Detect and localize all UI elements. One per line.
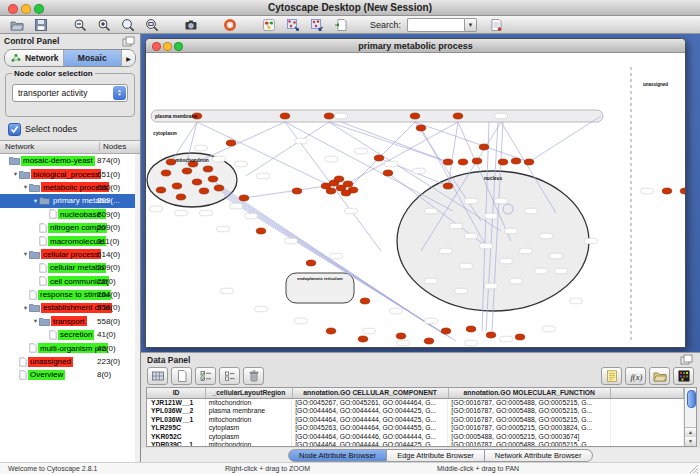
- node-label[interactable]: [285, 238, 298, 244]
- resize-grip-icon[interactable]: [689, 464, 699, 474]
- node-label[interactable]: [495, 198, 508, 204]
- network-node[interactable]: [443, 183, 453, 189]
- tree-row-nitrogen-compo[interactable]: nitrogen compo209(0): [0, 221, 135, 234]
- help-ring-icon[interactable]: [219, 16, 240, 33]
- network-node[interactable]: [396, 333, 406, 339]
- zoom-out-icon[interactable]: [69, 16, 90, 33]
- node-label[interactable]: [535, 268, 548, 274]
- vizmapper-icon[interactable]: [258, 16, 279, 33]
- network-node[interactable]: [203, 166, 213, 172]
- node-label[interactable]: [510, 278, 523, 284]
- node-label[interactable]: [520, 248, 533, 254]
- network-canvas[interactable]: plasma membranecytoplasmmitochondrionnuc…: [146, 53, 685, 347]
- node-label[interactable]: [460, 263, 473, 269]
- node-label[interactable]: [150, 206, 163, 212]
- tree-row-unassigned[interactable]: unassigned223(0): [0, 355, 135, 368]
- new-attribute-icon[interactable]: [171, 367, 192, 385]
- network-node[interactable]: [424, 338, 434, 344]
- tree-expander-icon[interactable]: ▼: [32, 318, 39, 324]
- node-label[interactable]: [257, 173, 270, 179]
- network-node[interactable]: [280, 113, 290, 119]
- node-label[interactable]: [245, 213, 258, 219]
- network-node[interactable]: [341, 190, 351, 196]
- network-node[interactable]: [156, 187, 166, 193]
- column-header-empty[interactable]: [611, 388, 684, 398]
- float-data-panel-icon[interactable]: [680, 354, 694, 372]
- tree-expander-icon[interactable]: ▼: [22, 251, 29, 257]
- table-row[interactable]: YPL036W__2plasma membrane[GO:0044464, GO…: [147, 407, 684, 415]
- tab-network[interactable]: Network: [5, 50, 64, 66]
- unselect-attributes-icon[interactable]: [219, 367, 240, 385]
- network-node[interactable]: [306, 260, 316, 266]
- network-node[interactable]: [226, 140, 236, 146]
- network-node[interactable]: [256, 228, 266, 234]
- zoom-fit-icon[interactable]: [141, 16, 162, 33]
- zoom-selected-icon[interactable]: [117, 16, 138, 33]
- network-node[interactable]: [292, 188, 302, 194]
- node-label[interactable]: [255, 306, 268, 312]
- network-node[interactable]: [358, 336, 368, 342]
- network-node[interactable]: [458, 159, 468, 165]
- tab-mosaic[interactable]: Mosaic: [64, 50, 123, 66]
- tree-row-overview[interactable]: Overview8(0): [0, 368, 135, 381]
- network-node[interactable]: [511, 158, 521, 164]
- node-label[interactable]: [295, 138, 308, 144]
- select-attributes-icon[interactable]: [195, 367, 216, 385]
- network-node[interactable]: [208, 176, 218, 182]
- network-node[interactable]: [680, 188, 685, 194]
- network-node[interactable]: [326, 328, 336, 334]
- column-header-ID[interactable]: ID: [147, 388, 206, 398]
- network-node[interactable]: [199, 188, 209, 194]
- network-node[interactable]: [360, 298, 370, 304]
- network-node[interactable]: [479, 144, 489, 150]
- network-node[interactable]: [410, 113, 420, 119]
- table-row[interactable]: YJR121W__1mitochondrion[GO:0045267, GO:0…: [147, 399, 684, 407]
- node-label[interactable]: [585, 238, 598, 244]
- select-nodes-checkbox[interactable]: [8, 123, 21, 136]
- network-node[interactable]: [383, 170, 393, 176]
- open-icon[interactable]: [6, 16, 27, 33]
- tree-row-biological-process[interactable]: ▼biological_process651(0): [0, 167, 135, 180]
- tab-edge-attribute-browser[interactable]: Edge Attribute Browser: [387, 449, 485, 462]
- network-node[interactable]: [324, 113, 334, 119]
- node-label[interactable]: [217, 226, 230, 232]
- node-label[interactable]: [425, 318, 438, 324]
- network-node[interactable]: [182, 168, 192, 174]
- node-label[interactable]: [465, 340, 478, 346]
- tree-row-cell-communicat[interactable]: cell communicat22(0): [0, 275, 135, 288]
- column-header-_cellularLayoutRegion[interactable]: _cellularLayoutRegion: [206, 388, 293, 398]
- node-label[interactable]: [450, 223, 463, 229]
- network-node[interactable]: [172, 183, 182, 189]
- tree-expander-icon[interactable]: ▼: [12, 171, 19, 177]
- node-label[interactable]: [397, 340, 410, 346]
- notes-icon[interactable]: [601, 367, 622, 385]
- search-dropdown-icon[interactable]: ▼: [464, 18, 477, 32]
- network-node[interactable]: [486, 332, 496, 338]
- search-input[interactable]: [407, 18, 464, 32]
- scroll-up-icon[interactable]: ▲: [685, 428, 696, 437]
- network-overview-icon[interactable]: [306, 16, 327, 33]
- node-label[interactable]: [390, 308, 403, 314]
- node-label[interactable]: [200, 210, 213, 216]
- tree-expander-icon[interactable]: ▼: [32, 198, 39, 204]
- scroll-down-icon[interactable]: ▼: [685, 437, 696, 446]
- tree-row-response-to-stimulu[interactable]: response to stimulu264(0): [0, 288, 135, 301]
- node-label[interactable]: [485, 213, 498, 219]
- formula-icon[interactable]: f(x): [625, 367, 646, 385]
- node-label[interactable]: [195, 145, 208, 151]
- node-label[interactable]: [543, 326, 556, 332]
- node-color-attribute-select[interactable]: transporter activity ▲▼: [12, 84, 128, 102]
- network-node[interactable]: [334, 176, 344, 182]
- network-node[interactable]: [176, 194, 186, 200]
- tab-network-attribute-browser[interactable]: Network Attribute Browser: [485, 449, 593, 462]
- node-label[interactable]: [413, 168, 426, 174]
- network-node[interactable]: [441, 328, 451, 334]
- table-row[interactable]: YKR052Ccytoplasm[GO:0044464, GO:0044446,…: [147, 433, 684, 441]
- network-node[interactable]: [498, 159, 508, 165]
- tree-row-primary-metabo[interactable]: ▼primary metabo209(...: [0, 194, 135, 207]
- node-label[interactable]: [465, 198, 478, 204]
- node-label[interactable]: [485, 283, 498, 289]
- node-label[interactable]: [641, 188, 654, 194]
- network-node[interactable]: [326, 188, 336, 194]
- table-row[interactable]: YPL036W__1mitochondrion[GO:0044464, GO:0…: [147, 416, 684, 424]
